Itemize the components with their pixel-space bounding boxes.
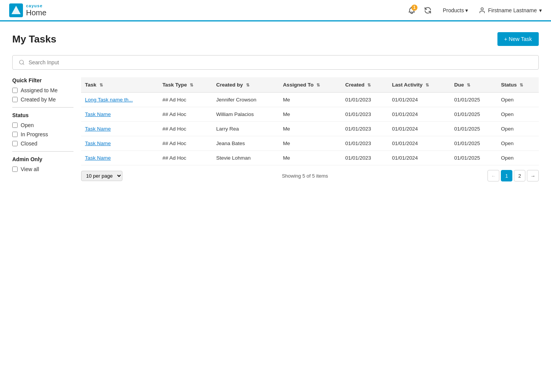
products-button[interactable]: Products ▾ — [440, 6, 471, 15]
cell-status: Open — [497, 93, 539, 107]
col-due-label: Due — [454, 82, 464, 88]
checkbox-view-all[interactable] — [12, 167, 18, 172]
col-last-activity-label: Last Activity — [392, 82, 422, 88]
user-chevron-icon: ▾ — [539, 7, 542, 13]
cell-status: Open — [497, 151, 539, 165]
table-row: Task Name## Ad HocLarry ReaMe01/01/20230… — [81, 122, 539, 136]
admin-title: Admin Only — [12, 156, 73, 162]
table-row: Task Name## Ad HocWilliam PalaciosMe01/0… — [81, 107, 539, 122]
col-status[interactable]: Status ⇅ — [497, 77, 539, 93]
table-row: Task Name## Ad HocJeana BatesMe01/01/202… — [81, 136, 539, 151]
sidebar-item-assigned-to-me[interactable]: Assigned to Me — [12, 87, 73, 93]
sidebar: Quick Filter Assigned to Me Created by M… — [12, 77, 81, 181]
col-assigned-to[interactable]: Assigned To ⇅ — [279, 77, 341, 93]
task-name-cell[interactable]: Long Task name th... — [81, 93, 158, 107]
page-header: My Tasks + New Task — [12, 32, 539, 46]
cell-last-activity: 01/01/2024 — [388, 93, 450, 107]
sidebar-item-in-progress[interactable]: In Progress — [12, 131, 73, 137]
col-due[interactable]: Due ⇅ — [450, 77, 497, 93]
col-last-activity[interactable]: Last Activity ⇅ — [388, 77, 450, 93]
sidebar-label-open: Open — [21, 122, 34, 128]
col-task-type-label: Task Type — [162, 82, 187, 88]
cell-created: 01/01/2023 — [341, 151, 388, 165]
col-task[interactable]: Task ⇅ — [81, 77, 158, 93]
checkbox-created-by-me[interactable] — [12, 97, 18, 102]
pagination-next[interactable]: → — [527, 170, 539, 181]
per-page-dropdown[interactable]: 10 per page 25 per page 50 per page — [81, 171, 122, 181]
cell-created: 01/01/2023 — [341, 136, 388, 151]
table-header: Task ⇅ Task Type ⇅ Created by ⇅ Assign — [81, 77, 539, 93]
cell-last-activity: 01/01/2024 — [388, 151, 450, 165]
col-status-label: Status — [501, 82, 517, 88]
table-footer: 10 per page 25 per page 50 per page Show… — [81, 170, 539, 181]
sort-created-by-icon: ⇅ — [246, 83, 249, 88]
pagination-prev[interactable]: ← — [487, 170, 499, 181]
sidebar-item-open[interactable]: Open — [12, 122, 73, 128]
col-task-type[interactable]: Task Type ⇅ — [158, 77, 212, 93]
cell-due: 01/01/2025 — [450, 122, 497, 136]
user-label: Firstname Lastname — [488, 7, 537, 13]
table-row: Long Task name th...## Ad HocJennifer Cr… — [81, 93, 539, 107]
new-task-button[interactable]: + New Task — [497, 32, 539, 46]
cell-created: 01/01/2023 — [341, 93, 388, 107]
cell-due: 01/01/2025 — [450, 151, 497, 165]
sidebar-divider-2 — [12, 151, 73, 152]
sidebar-item-view-all[interactable]: View all — [12, 166, 73, 172]
cell-created-by: Stevie Lohman — [212, 151, 279, 165]
sort-created-icon: ⇅ — [367, 83, 371, 88]
notification-bell[interactable]: 1 — [408, 6, 416, 15]
cell-status: Open — [497, 122, 539, 136]
user-icon — [479, 7, 486, 14]
cell-assigned-to: Me — [279, 93, 341, 107]
cell-assigned-to: Me — [279, 136, 341, 151]
sort-last-activity-icon: ⇅ — [425, 83, 429, 88]
notification-count: 1 — [411, 5, 417, 11]
sort-due-icon: ⇅ — [467, 83, 470, 88]
top-navigation: cayuse Home 1 Products ▾ Firstname Lastn… — [0, 0, 551, 21]
checkbox-in-progress[interactable] — [12, 132, 18, 137]
cell-last-activity: 01/01/2024 — [388, 136, 450, 151]
cell-due: 01/01/2025 — [450, 136, 497, 151]
task-name-cell[interactable]: Task Name — [81, 122, 158, 136]
logo-cayuse-label: cayuse — [26, 3, 46, 8]
logo: cayuse Home — [9, 3, 46, 17]
cell-task-type: ## Ad Hoc — [158, 136, 212, 151]
sort-task-type-icon: ⇅ — [190, 83, 193, 88]
task-name-cell[interactable]: Task Name — [81, 151, 158, 165]
table-row: Task Name## Ad HocStevie LohmanMe01/01/2… — [81, 151, 539, 165]
col-created-label: Created — [345, 82, 364, 88]
cell-task-type: ## Ad Hoc — [158, 151, 212, 165]
svg-point-2 — [481, 8, 483, 10]
logo-icon — [9, 3, 23, 17]
sidebar-label-created-by-me: Created by Me — [21, 96, 56, 103]
table-area: Task ⇅ Task Type ⇅ Created by ⇅ Assign — [81, 77, 539, 181]
cell-created-by: William Palacios — [212, 107, 279, 122]
task-name-cell[interactable]: Task Name — [81, 136, 158, 151]
quick-filter-title: Quick Filter — [12, 77, 73, 83]
cell-task-type: ## Ad Hoc — [158, 107, 212, 122]
user-menu-button[interactable]: Firstname Lastname ▾ — [479, 7, 542, 14]
task-name-cell[interactable]: Task Name — [81, 107, 158, 122]
col-task-label: Task — [85, 82, 96, 88]
pagination-page-1[interactable]: 1 — [501, 170, 512, 181]
logo-text: cayuse Home — [26, 3, 46, 16]
col-created[interactable]: Created ⇅ — [341, 77, 388, 93]
cell-assigned-to: Me — [279, 151, 341, 165]
cell-created-by: Larry Rea — [212, 122, 279, 136]
sort-status-icon: ⇅ — [520, 83, 523, 88]
logo-home-label: Home — [26, 8, 46, 17]
sidebar-item-closed[interactable]: Closed — [12, 140, 73, 147]
cell-status: Open — [497, 107, 539, 122]
checkbox-assigned-to-me[interactable] — [12, 88, 18, 93]
search-input[interactable] — [29, 59, 532, 65]
sidebar-divider-1 — [12, 107, 73, 108]
sync-icon[interactable] — [424, 6, 432, 15]
checkbox-closed[interactable] — [12, 141, 18, 146]
checkbox-open[interactable] — [12, 122, 18, 128]
showing-text: Showing 5 of 5 items — [282, 173, 328, 179]
tasks-table: Task ⇅ Task Type ⇅ Created by ⇅ Assign — [81, 77, 539, 165]
pagination-page-2[interactable]: 2 — [514, 170, 525, 181]
cell-task-type: ## Ad Hoc — [158, 93, 212, 107]
sidebar-item-created-by-me[interactable]: Created by Me — [12, 96, 73, 103]
col-created-by[interactable]: Created by ⇅ — [212, 77, 279, 93]
